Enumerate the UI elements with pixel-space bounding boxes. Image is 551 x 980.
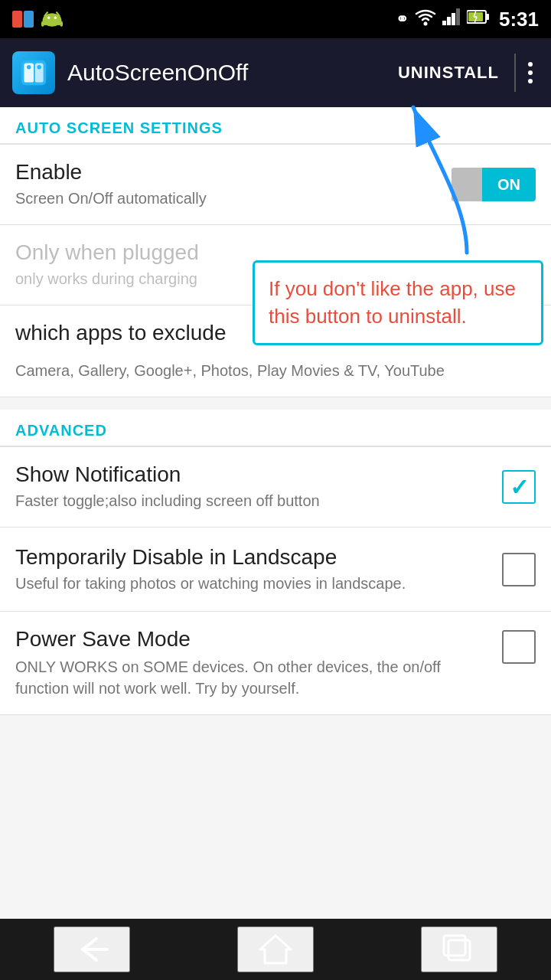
powersave-title: Power Save Mode — [15, 627, 490, 652]
back-button[interactable] — [54, 926, 130, 972]
powersave-checkbox[interactable] — [502, 630, 536, 664]
svg-point-24 — [27, 65, 31, 69]
svg-rect-29 — [444, 936, 465, 956]
back-icon — [73, 936, 110, 963]
section2-header: ADVANCED — [0, 410, 551, 446]
notification-checkbox[interactable]: ✓ — [502, 470, 536, 504]
battery-icon — [467, 9, 490, 29]
powersave-text: Power Save Mode ONLY WORKS on SOME devic… — [15, 627, 502, 699]
svg-rect-0 — [12, 11, 22, 28]
time-display: 5:31 — [499, 8, 539, 31]
landscape-subtitle: Useful for taking photos or watching mov… — [15, 573, 490, 594]
toggle-off-part — [452, 168, 482, 201]
svg-rect-11 — [442, 21, 446, 25]
enable-subtitle: Screen On/Off automatically — [15, 188, 439, 209]
tooltip-text: If you don't like the app, use this butt… — [269, 275, 527, 331]
status-bar-left — [12, 8, 63, 30]
landscape-text: Temporarily Disable in Landscape Useful … — [15, 545, 502, 594]
app-bar: AutoScreenOnOff UNINSTALL — [0, 38, 551, 107]
app-icon — [12, 51, 55, 94]
status-bar-right: ⚭ — [396, 8, 539, 31]
svg-rect-16 — [486, 14, 489, 20]
svg-point-25 — [37, 65, 41, 69]
svg-marker-27 — [260, 936, 291, 963]
status-app-icon1 — [12, 8, 34, 30]
svg-point-4 — [47, 17, 51, 20]
notification-row[interactable]: Show Notification Faster toggle;also inc… — [0, 447, 551, 528]
exclude-subtitle: Camera, Gallery, Google+, Photos, Play M… — [15, 360, 445, 381]
svg-rect-28 — [448, 940, 470, 960]
landscape-title: Temporarily Disable in Landscape — [15, 545, 490, 570]
home-button[interactable] — [237, 926, 314, 972]
android-icon — [41, 8, 63, 30]
recents-icon — [442, 934, 476, 965]
notification-title: Show Notification — [15, 462, 490, 487]
notification-text: Show Notification Faster toggle;also inc… — [15, 462, 502, 511]
section2-title: ADVANCED — [15, 422, 536, 439]
enable-toggle[interactable]: ON — [452, 168, 536, 201]
bluetooth-icon: ⚭ — [396, 10, 409, 28]
section1-header: AUTO SCREEN SETTINGS — [0, 107, 551, 144]
overflow-dot2 — [528, 70, 533, 75]
status-bar: ⚭ — [0, 0, 551, 38]
toggle-on-part: ON — [482, 168, 536, 201]
svg-rect-12 — [447, 17, 451, 25]
svg-rect-14 — [456, 8, 460, 25]
landscape-row[interactable]: Temporarily Disable in Landscape Useful … — [0, 528, 551, 612]
app-bar-actions: UNINSTALL — [389, 54, 539, 92]
powersave-row[interactable]: Power Save Mode ONLY WORKS on SOME devic… — [0, 612, 551, 715]
svg-rect-13 — [452, 13, 455, 25]
svg-rect-9 — [60, 21, 64, 27]
app-title: AutoScreenOnOff — [67, 60, 377, 86]
overflow-dot3 — [528, 79, 533, 83]
svg-rect-8 — [41, 21, 44, 27]
section1-title: AUTO SCREEN SETTINGS — [15, 119, 536, 137]
signal-icon — [442, 8, 461, 30]
toggle-label: ON — [497, 176, 520, 194]
landscape-checkbox[interactable] — [502, 553, 536, 586]
exclude-title: which apps to exclude — [15, 321, 227, 345]
settings-content: AUTO SCREEN SETTINGS Enable Screen On/Of… — [0, 107, 551, 715]
svg-rect-1 — [24, 11, 34, 28]
enable-text: Enable Screen On/Off automatically — [15, 160, 452, 209]
action-divider — [514, 54, 516, 92]
home-icon — [259, 934, 292, 965]
svg-rect-3 — [43, 20, 62, 25]
enable-row[interactable]: Enable Screen On/Off automatically ON — [0, 145, 551, 225]
section-gap — [0, 397, 551, 410]
notification-subtitle: Faster toggle;also including screen off … — [15, 490, 490, 511]
overflow-dot1 — [528, 62, 533, 67]
overflow-button[interactable] — [522, 56, 539, 90]
uninstall-button[interactable]: UNINSTALL — [389, 57, 508, 89]
enable-title: Enable — [15, 160, 439, 185]
recents-button[interactable] — [421, 926, 497, 972]
svg-point-10 — [423, 21, 427, 25]
tooltip-box: If you don't like the app, use this butt… — [253, 260, 543, 345]
check-mark-icon: ✓ — [510, 474, 529, 501]
wifi-icon — [415, 9, 436, 30]
svg-point-5 — [54, 17, 57, 20]
bottom-nav — [0, 919, 551, 980]
powersave-subtitle: ONLY WORKS on SOME devices. On other dev… — [15, 656, 490, 699]
